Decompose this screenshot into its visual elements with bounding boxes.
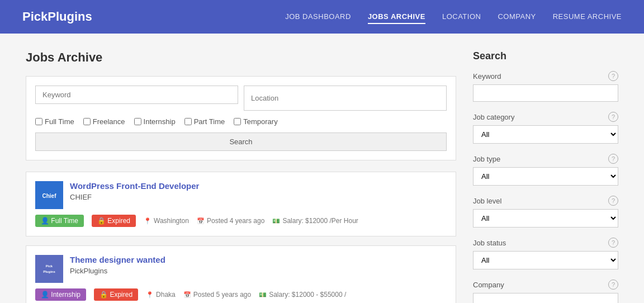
sidebar-status-field: Job status ? All (473, 238, 618, 269)
badge-expired-2: 🔒 Expired (94, 288, 138, 301)
search-form: Full Time Freelance Internship Part Time… (26, 76, 456, 160)
sidebar-company-input[interactable] (473, 293, 618, 303)
svg-rect-2 (35, 255, 63, 283)
calendar-icon-1: 📅 (197, 217, 205, 225)
location-icon-1: 📍 (144, 217, 151, 225)
job-meta-1: 👤 Full Time 🔒 Expired 📍 Washington 📅 Pos… (35, 215, 447, 227)
job-title-1[interactable]: WordPress Front-End Developer (70, 181, 447, 191)
sidebar-status-label: Job status ? (473, 238, 618, 248)
search-inputs (35, 86, 447, 111)
sidebar-status-select[interactable]: All (473, 251, 618, 269)
keyword-input[interactable] (35, 86, 238, 104)
sidebar-category-field: Job category ? All (473, 112, 618, 144)
badge-internship-2: 👤 Internship (35, 288, 86, 301)
checkbox-parttime[interactable]: Part Time (184, 117, 225, 126)
nav-link-location[interactable]: LOCATION (442, 10, 481, 24)
job-card-1: Chief WordPress Front-End Developer CHIE… (26, 172, 456, 236)
job-title-2[interactable]: Theme designer wanted (70, 255, 447, 264)
sidebar-type-label: Job type ? (473, 154, 618, 164)
sidebar-keyword-label: Keyword ? (473, 71, 618, 81)
category-help-icon[interactable]: ? (608, 112, 618, 122)
sidebar-title: Search (473, 50, 618, 62)
location-input[interactable] (244, 86, 447, 111)
brand[interactable]: PickPlugins (22, 10, 92, 24)
job-info-2: Theme designer wanted PickPlugins (70, 255, 447, 275)
badge-expired-1: 🔒 Expired (92, 215, 136, 227)
location-icon-2: 📍 (146, 291, 154, 299)
type-help-icon[interactable]: ? (608, 154, 618, 164)
checkbox-group: Full Time Freelance Internship Part Time… (35, 117, 447, 126)
meta-posted-1: 📅 Posted 4 years ago (197, 217, 264, 225)
svg-text:Chief: Chief (42, 193, 57, 199)
sidebar-company-field: Company ? (473, 280, 618, 303)
meta-salary-2: 💵 Salary: $12000 - $55000 / (259, 291, 346, 299)
job-card-header-1: Chief WordPress Front-End Developer CHIE… (35, 181, 447, 209)
nav-links: JOB DASHBOARDJOBS ARCHIVELOCATIONCOMPANY… (285, 10, 622, 24)
job-company-1: CHIEF (70, 193, 92, 201)
job-card-header-2: Pick Plugins Theme designer wanted PickP… (35, 255, 447, 283)
job-info-1: WordPress Front-End Developer CHIEF (70, 181, 447, 201)
sidebar: Search Keyword ? Job category ? All Job … (473, 50, 618, 303)
page-content: Jobs Archive Full Time Freelance Interns… (15, 34, 629, 303)
sidebar-type-select[interactable]: All (473, 167, 618, 186)
sidebar-keyword-field: Keyword ? (473, 71, 618, 102)
sidebar-company-label: Company ? (473, 280, 618, 290)
meta-posted-2: 📅 Posted 5 years ago (183, 291, 251, 299)
svg-text:Plugins: Plugins (43, 270, 55, 273)
nav-link-company[interactable]: COMPANY (498, 10, 536, 24)
sidebar-keyword-input[interactable] (473, 84, 618, 102)
sidebar-level-label: Job level ? (473, 196, 618, 206)
sidebar-category-label: Job category ? (473, 112, 618, 122)
sidebar-category-select[interactable]: All (473, 125, 618, 144)
keyword-help-icon[interactable]: ? (608, 71, 618, 81)
svg-text:Pick: Pick (46, 264, 53, 268)
page-title: Jobs Archive (26, 50, 456, 65)
checkbox-freelance[interactable]: Freelance (83, 117, 125, 126)
nav-link-job-dashboard[interactable]: JOB DASHBOARD (285, 10, 351, 24)
job-company-2: PickPlugins (70, 267, 107, 275)
sidebar-level-select[interactable]: All (473, 209, 618, 228)
navbar: PickPlugins JOB DASHBOARDJOBS ARCHIVELOC… (0, 0, 644, 34)
salary-icon-2: 💵 (259, 291, 267, 299)
status-help-icon[interactable]: ? (608, 238, 618, 248)
meta-location-1: 📍 Washington (144, 217, 189, 225)
nav-link-resume-archive[interactable]: RESUME ARCHIVE (553, 10, 622, 24)
checkbox-internship[interactable]: Internship (134, 117, 176, 126)
nav-link-jobs-archive[interactable]: JOBS ARCHIVE (368, 10, 425, 24)
sidebar-type-field: Job type ? All (473, 154, 618, 186)
search-button[interactable]: Search (35, 132, 447, 151)
job-meta-2: 👤 Internship 🔒 Expired 📍 Dhaka 📅 Posted … (35, 288, 447, 301)
job-card-2: Pick Plugins Theme designer wanted PickP… (26, 245, 456, 303)
company-logo-chief: Chief (35, 181, 63, 209)
main-column: Jobs Archive Full Time Freelance Interns… (26, 50, 456, 303)
company-help-icon[interactable]: ? (608, 280, 618, 290)
checkbox-fulltime[interactable]: Full Time (35, 117, 74, 126)
sidebar-level-field: Job level ? All (473, 196, 618, 228)
calendar-icon-2: 📅 (183, 291, 191, 299)
meta-location-2: 📍 Dhaka (146, 291, 176, 299)
checkbox-temporary[interactable]: Temporary (234, 117, 277, 126)
meta-salary-1: 💵 Salary: $12000 /Per Hour (272, 217, 358, 225)
badge-fulltime-1: 👤 Full Time (35, 215, 84, 227)
company-logo-pickplugins: Pick Plugins (35, 255, 63, 283)
level-help-icon[interactable]: ? (608, 196, 618, 206)
salary-icon-1: 💵 (272, 217, 280, 225)
